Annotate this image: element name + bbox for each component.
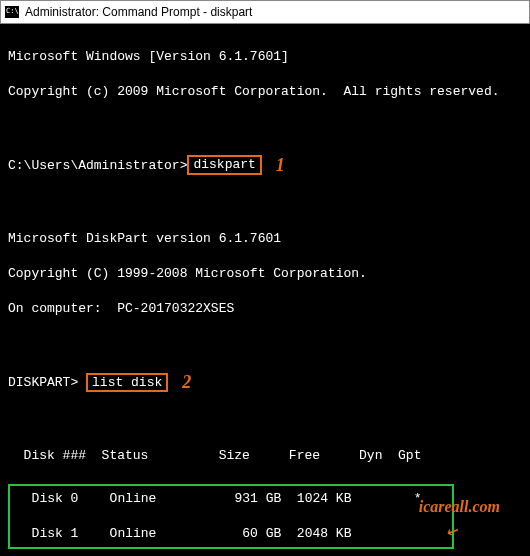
dp-info: Copyright (C) 1999-2008 Microsoft Corpor… bbox=[8, 265, 522, 283]
dp-prompt: DISKPART> bbox=[8, 375, 78, 390]
step-number: 1 bbox=[276, 155, 285, 175]
prompt-path: C:\Users\Administrator> bbox=[8, 157, 187, 172]
cmd-icon bbox=[5, 6, 19, 18]
table-row: Disk 1 Online 60 GB 2048 KB bbox=[16, 525, 446, 543]
cmd-diskpart: diskpart bbox=[187, 155, 261, 175]
terminal-output: Microsoft Windows [Version 6.1.7601] Cop… bbox=[0, 24, 530, 556]
header-line: Copyright (c) 2009 Microsoft Corporation… bbox=[8, 83, 522, 101]
watermark: icareall.com bbox=[419, 498, 500, 516]
window-titlebar: Administrator: Command Prompt - diskpart bbox=[0, 0, 530, 24]
disk-table-highlight: Disk 0 Online 931 GB 1024 KB * Disk 1 On… bbox=[8, 484, 454, 549]
dp-info: Microsoft DiskPart version 6.1.7601 bbox=[8, 230, 522, 248]
table-row: Disk 0 Online 931 GB 1024 KB * bbox=[16, 490, 446, 508]
cmd-list-disk: list disk bbox=[86, 373, 168, 393]
window-title: Administrator: Command Prompt - diskpart bbox=[25, 5, 252, 19]
step-number: 2 bbox=[182, 372, 191, 392]
dp-info: On computer: PC-20170322XSES bbox=[8, 300, 522, 318]
table-header: Disk ### Status Size Free Dyn Gpt bbox=[8, 447, 522, 465]
header-line: Microsoft Windows [Version 6.1.7601] bbox=[8, 48, 522, 66]
